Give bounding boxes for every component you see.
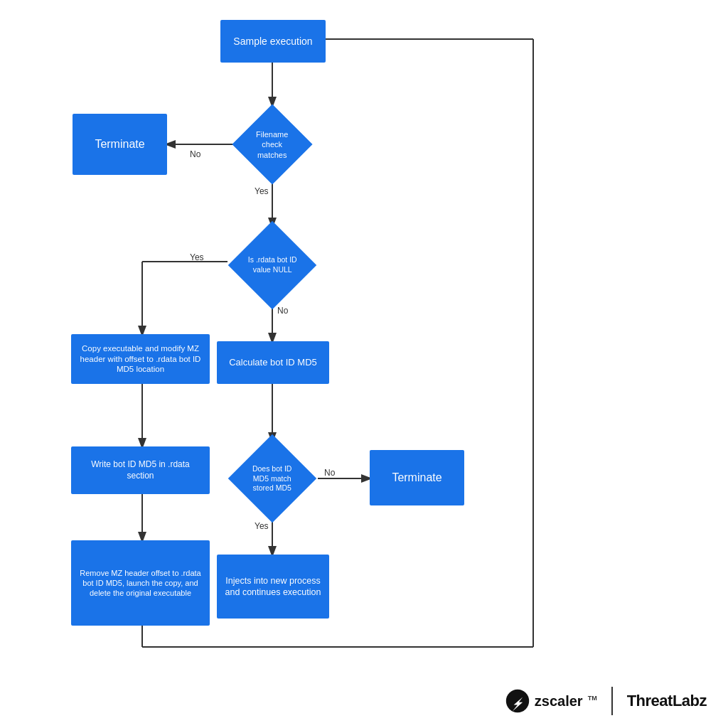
no-label-filename: No	[190, 149, 200, 159]
zscaler-logo: zscaler TM	[505, 688, 597, 714]
filename-check-diamond: Filename check matches	[235, 105, 310, 183]
terminate-box-2: Terminate	[370, 450, 464, 505]
copy-executable-box: Copy executable and modify MZ header wit…	[71, 334, 210, 384]
remove-mz-box: Remove MZ header offset to .rdata bot ID…	[71, 540, 210, 626]
yes-label-md5: Yes	[255, 521, 269, 531]
injects-box: Injects into new process and continues e…	[217, 555, 329, 619]
zscaler-icon	[505, 688, 530, 714]
md5-match-diamond: Does bot ID MD5 match stored MD5	[230, 439, 315, 518]
sample-execution-box: Sample execution	[220, 20, 326, 63]
calculate-md5-box: Calculate bot ID MD5	[217, 341, 329, 384]
zscaler-text: zscaler	[535, 693, 583, 710]
yes-label-filename: Yes	[255, 186, 269, 196]
yes-label-rdata: Yes	[190, 252, 204, 262]
no-label-md5: No	[324, 468, 335, 478]
svg-point-15	[506, 690, 529, 712]
no-label-rdata: No	[277, 306, 288, 316]
flowchart: Sample execution Terminate Filename chec…	[0, 0, 728, 728]
terminate-box-1: Terminate	[73, 114, 167, 175]
write-bot-md5-box: Write bot ID MD5 in .rdata section	[71, 446, 210, 494]
footer-divider	[611, 687, 613, 715]
threatlabz-text: ThreatLabz	[627, 692, 707, 710]
footer: zscaler TM ThreatLabz	[505, 687, 707, 715]
rdata-null-diamond: Is .rdata bot ID value NULL	[230, 226, 315, 304]
